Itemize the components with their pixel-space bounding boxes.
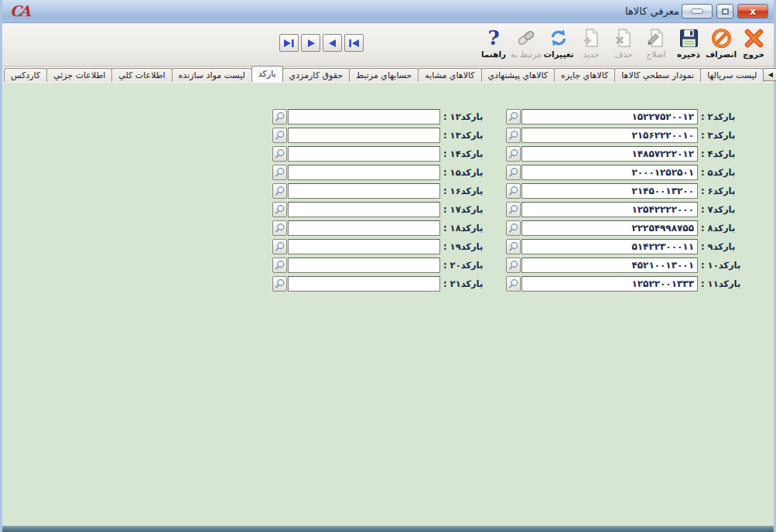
barcode-9-input[interactable] (521, 239, 698, 254)
barcode-11-lookup-button[interactable] (506, 276, 521, 292)
barcode-17-input[interactable] (288, 202, 440, 217)
barcode-15-input[interactable] (288, 165, 440, 180)
next-record-button[interactable] (301, 34, 320, 52)
magnifier-icon (275, 148, 285, 159)
barcode-18-input[interactable] (288, 220, 440, 236)
changes-label: تغييرات (543, 49, 573, 59)
barcode-8-input[interactable] (521, 220, 698, 236)
barcode-row: بارکد۲۰ : (272, 257, 494, 273)
edit-button: اصلاح (640, 24, 672, 65)
barcode-7-label: بارکد۷ : (698, 202, 735, 217)
tab-goods-level-chart[interactable]: نمودار سطحي کالاها (614, 68, 701, 82)
barcode-4-input[interactable] (521, 146, 698, 162)
page-x-icon (614, 26, 633, 49)
tab-strip: کاردکس اطلاعات جزئي اطلاعات کلي ليست موا… (2, 66, 774, 82)
tab-barcode[interactable]: بارکد (251, 66, 283, 82)
barcode-13-input[interactable] (288, 128, 440, 143)
barcode-19-lookup-button[interactable] (272, 239, 287, 254)
barcode-20-lookup-button[interactable] (272, 257, 287, 273)
barcode-10-lookup-button[interactable] (506, 257, 521, 273)
barcode-16-input[interactable] (288, 183, 440, 199)
exit-button[interactable]: خروج (737, 24, 770, 65)
barcode-6-input[interactable] (521, 183, 698, 199)
tab-serials-list[interactable]: ليست سريالها (700, 68, 764, 82)
barcode-8-lookup-button[interactable] (506, 220, 521, 236)
barcode-15-label: بارکد۱۵ : (440, 165, 483, 180)
floppy-disk-icon (679, 26, 699, 49)
barcode-2-input[interactable] (521, 109, 698, 124)
tab-bonus-goods[interactable]: کالاهاي جايزه (554, 68, 615, 82)
save-button[interactable]: ذخيره (672, 24, 705, 65)
window-bottom-frame (2, 526, 774, 532)
magnifier-icon (508, 130, 518, 141)
barcode-5-input[interactable] (521, 165, 698, 180)
barcode-2-lookup-button[interactable] (506, 109, 521, 124)
barcode-11-input[interactable] (521, 276, 698, 292)
help-question-icon: ? (487, 26, 499, 49)
tab-partial-info[interactable]: اطلاعات جزئي (46, 68, 112, 82)
changes-button[interactable]: تغييرات (542, 24, 575, 65)
barcode-2-label: بارکد۲ : (698, 109, 735, 124)
minimize-icon (691, 9, 703, 14)
tab-similar-goods[interactable]: کالاهاي مشابه (418, 68, 481, 82)
cancel-circle-icon (711, 26, 732, 49)
barcode-5-label: بارکد۵ : (698, 165, 735, 180)
barcode-6-lookup-button[interactable] (506, 183, 521, 199)
barcode-20-label: بارکد۲۰ : (440, 257, 483, 273)
magnifier-icon (508, 241, 518, 252)
barcode-21-input[interactable] (288, 276, 440, 292)
barcode-17-lookup-button[interactable] (272, 202, 287, 217)
tab-general-info[interactable]: اطلاعات کلي (111, 68, 172, 82)
tab-materials-list[interactable]: ليست مواد سازنده (172, 68, 252, 82)
barcode-row: بارکد۹ : (506, 239, 752, 254)
last-record-button[interactable] (279, 34, 299, 52)
close-button[interactable]: x (737, 4, 768, 19)
barcode-5-lookup-button[interactable] (506, 165, 521, 180)
barcode-21-lookup-button[interactable] (272, 276, 287, 292)
tab-wage-rights[interactable]: حقوق کارمزدي (282, 68, 350, 82)
maximize-button[interactable] (716, 4, 733, 19)
barcode-20-input[interactable] (288, 257, 440, 273)
barcode-12-label: بارکد۱۲ : (440, 109, 483, 124)
barcode-21-label: بارکد۲۱ : (440, 276, 483, 292)
barcode-12-input[interactable] (288, 109, 440, 124)
minimize-button[interactable] (682, 4, 713, 19)
tab-scroll-left-button[interactable]: ◀ (763, 68, 776, 81)
cancel-button[interactable]: انصراف (705, 24, 737, 65)
barcode-13-lookup-button[interactable] (272, 128, 287, 143)
barcode-column-right: بارکد۲ : بارکد۳ : بارکد۴ : بارکد۵ : بارک (506, 109, 752, 295)
barcode-3-input[interactable] (521, 128, 698, 143)
prev-record-button[interactable] (323, 34, 342, 52)
barcode-row: بارکد۵ : (506, 165, 752, 180)
barcode-10-input[interactable] (521, 257, 698, 273)
magnifier-icon (508, 223, 518, 234)
barcode-4-label: بارکد۴ : (698, 146, 735, 162)
barcode-14-lookup-button[interactable] (272, 146, 287, 162)
window-controls: x (682, 4, 768, 19)
barcode-16-lookup-button[interactable] (272, 183, 287, 199)
barcode-15-lookup-button[interactable] (272, 165, 287, 180)
barcode-18-lookup-button[interactable] (272, 220, 287, 236)
barcode-4-lookup-button[interactable] (506, 146, 521, 162)
magnifier-icon (508, 260, 518, 271)
barcode-3-lookup-button[interactable] (506, 128, 521, 143)
window-title: معرفي کالاها (625, 5, 679, 17)
barcode-9-lookup-button[interactable] (506, 239, 521, 254)
magnifier-icon (508, 186, 518, 196)
barcode-14-input[interactable] (288, 146, 440, 162)
refresh-icon (549, 26, 569, 49)
first-record-button[interactable] (344, 34, 364, 52)
barcode-12-lookup-button[interactable] (272, 109, 287, 124)
tab-kardex[interactable]: کاردکس (4, 68, 47, 82)
barcode-7-input[interactable] (521, 202, 698, 217)
tab-related-accounts[interactable]: حسابهاي مرتبط (349, 68, 419, 82)
barcode-10-label: بارکد۱۰ : (698, 257, 740, 273)
delete-button: حذف (607, 24, 640, 65)
barcode-row: بارکد۱۰ : (506, 257, 752, 273)
barcode-19-input[interactable] (288, 239, 440, 254)
magnifier-icon (275, 204, 285, 215)
scroll-left-icon: ◀ (768, 71, 773, 78)
tab-suggested-goods[interactable]: کالاهاي پيشنهادي (481, 68, 556, 82)
help-button[interactable]: ? راهنما (477, 24, 510, 65)
barcode-7-lookup-button[interactable] (506, 202, 521, 217)
